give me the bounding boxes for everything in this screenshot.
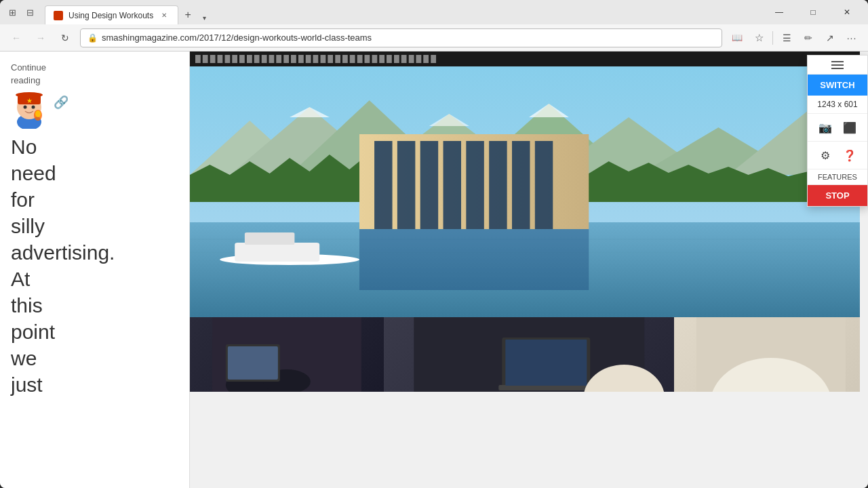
close-button[interactable]: ✕ — [831, 3, 863, 22]
svg-point-5 — [32, 106, 35, 109]
tab-list-icon[interactable]: ⊞ — [5, 5, 19, 19]
layers-icon[interactable]: ⬛ — [840, 118, 859, 137]
help-icon[interactable]: ❓ — [840, 146, 859, 165]
window-action-buttons: — □ ✕ — [764, 3, 863, 22]
menu-line-2 — [831, 64, 844, 66]
dark-stripe: █ █ █ █ █ █ █ █ █ █ █ █ █ █ █ █ █ █ █ █ … — [190, 52, 868, 66]
main-content: █ █ █ █ █ █ █ █ █ █ █ █ █ █ █ █ █ █ █ █ … — [190, 52, 868, 488]
switch-button[interactable]: SWITCH — [808, 75, 867, 96]
favorites-icon[interactable]: ☆ — [749, 28, 768, 47]
svg-rect-43 — [228, 346, 278, 380]
svg-rect-38 — [245, 232, 295, 245]
new-tab-button[interactable]: + — [178, 5, 197, 24]
toolbar-separator — [772, 31, 773, 45]
popup-icons-row-1: 📷 ⬛ — [808, 114, 867, 142]
tab-favicon — [54, 11, 63, 20]
popup-panel: SWITCH 1243 x 601 📷 ⬛ ⚙ ❓ FEATURES STOP — [807, 55, 868, 207]
svg-text:★: ★ — [26, 97, 33, 104]
tab-dropdown-button[interactable]: ▾ — [197, 11, 211, 24]
toolbar-actions: 📖 ☆ ☰ ✏ ↗ ··· — [728, 28, 861, 47]
sidebar: Continue reading — [0, 52, 190, 488]
menu-line-1 — [831, 61, 844, 62]
svg-rect-46 — [498, 385, 593, 390]
gear-icon[interactable]: ⚙ — [816, 146, 835, 165]
more-icon[interactable]: ··· — [842, 28, 861, 47]
camera-icon[interactable]: 📷 — [816, 118, 835, 137]
popup-menu-icon — [808, 56, 867, 75]
url-text: smashingmagazine.com/2017/12/design-work… — [102, 33, 715, 43]
svg-rect-35 — [359, 229, 589, 290]
reading-view-icon[interactable]: 📖 — [728, 28, 747, 47]
tab-title: Using Design Workouts — [68, 11, 153, 20]
maximize-button[interactable]: □ — [797, 3, 829, 22]
tab-bar: Using Design Workouts ✕ + ▾ — [45, 0, 761, 24]
refresh-button[interactable]: ↻ — [56, 28, 75, 47]
browser-window: ⊞ ⊟ Using Design Workouts ✕ + ▾ — □ ✕ ← … — [0, 0, 868, 488]
strip-image-3 — [674, 317, 868, 392]
svg-rect-27 — [374, 141, 392, 229]
hero-image — [190, 66, 868, 317]
mountain-scene — [190, 66, 868, 317]
features-label[interactable]: FEATURES — [808, 169, 867, 185]
svg-rect-47 — [505, 340, 587, 386]
minimize-button[interactable]: — — [764, 3, 795, 22]
notes-icon[interactable]: ✏ — [799, 28, 818, 47]
reading-label: reading — [11, 75, 178, 85]
url-bar[interactable]: 🔒 smashingmagazine.com/2017/12/design-wo… — [80, 28, 722, 47]
mascot-area: ★ 🔗 — [11, 88, 178, 125]
svg-point-4 — [24, 106, 27, 109]
popup-icons-row-2: ⚙ ❓ — [808, 142, 867, 169]
back-button[interactable]: ← — [7, 28, 26, 47]
dimensions-display: 1243 x 601 — [808, 96, 867, 114]
window-controls-left: ⊞ ⊟ — [5, 5, 37, 19]
link-icon[interactable]: 🔗 — [54, 95, 68, 110]
svg-rect-30 — [443, 141, 461, 229]
split-view-icon[interactable]: ⊟ — [23, 5, 37, 19]
title-bar: ⊞ ⊟ Using Design Workouts ✕ + ▾ — □ ✕ — [0, 0, 868, 24]
share-icon[interactable]: ↗ — [821, 28, 840, 47]
svg-rect-29 — [420, 141, 438, 229]
hub-icon[interactable]: ☰ — [777, 28, 796, 47]
svg-rect-33 — [512, 141, 530, 229]
mascot-image: ★ — [11, 88, 48, 125]
menu-line-3 — [831, 68, 844, 69]
svg-rect-37 — [235, 243, 319, 262]
address-bar: ← → ↻ 🔒 smashingmagazine.com/2017/12/des… — [0, 24, 868, 52]
continue-label: Continue — [11, 62, 178, 73]
hamburger-icon — [831, 61, 844, 69]
active-tab[interactable]: Using Design Workouts ✕ — [45, 5, 178, 24]
content-area: Continue reading — [0, 52, 868, 488]
image-strip — [190, 317, 868, 392]
dark-stripe-text: █ █ █ █ █ █ █ █ █ █ █ █ █ █ █ █ █ █ █ █ … — [195, 55, 863, 63]
article-text: No need for silly advertising. At this p… — [11, 134, 178, 398]
lock-icon: 🔒 — [87, 33, 98, 43]
svg-point-8 — [35, 110, 41, 117]
strip-image-2 — [384, 317, 675, 392]
svg-rect-34 — [535, 141, 553, 229]
stop-button[interactable]: STOP — [808, 185, 867, 206]
tab-close-button[interactable]: ✕ — [159, 10, 170, 21]
forward-button[interactable]: → — [31, 28, 50, 47]
svg-rect-31 — [466, 141, 484, 229]
svg-rect-32 — [489, 141, 507, 229]
strip-image-1 — [190, 317, 384, 392]
svg-rect-28 — [397, 141, 415, 229]
